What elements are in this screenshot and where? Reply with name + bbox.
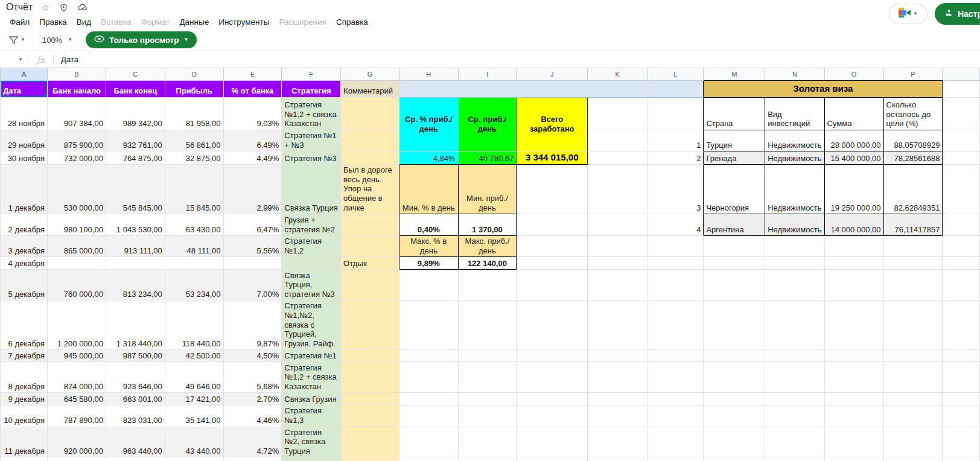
cell-J9[interactable] [517,270,588,300]
cell-I13[interactable] [458,393,517,405]
cell-N15[interactable] [765,427,824,457]
cell-A3[interactable]: 29 ноября [1,130,48,151]
cell-M12[interactable] [704,362,765,393]
cell-P16[interactable] [883,457,943,461]
cell-E10[interactable]: 9,87% [223,300,282,350]
cell-D5[interactable]: 15 845,00 [165,165,223,214]
approval-shield-icon[interactable] [59,3,68,12]
cell-M13[interactable] [704,393,765,405]
cell-C15[interactable]: 963 440,00 [106,427,165,457]
column-header-N[interactable]: N [765,68,824,81]
max-profit-value-cell[interactable]: 122 140,00 [458,257,517,270]
cell-C10[interactable]: 1 318 440,00 [106,300,165,350]
cell-J7[interactable] [517,236,588,257]
cell-L13[interactable] [648,393,704,405]
cell-F4[interactable]: Стратегия №3 [282,151,341,165]
cell-G5[interactable]: Был в дороге весь день. Упор на общение … [341,165,399,214]
cell-J16[interactable] [517,457,588,461]
cell-E4[interactable]: 4,49% [223,151,282,165]
visa-amount-cell[interactable]: 15 400 000,00 [824,151,883,165]
cell-J6[interactable] [517,214,588,236]
total-value-cell[interactable]: 3 344 015,00 [517,151,588,165]
cell-E5[interactable]: 2,99% [223,165,282,214]
cell-P11[interactable] [883,350,943,362]
cell-N16[interactable] [765,457,824,461]
cell-L15[interactable] [648,427,704,457]
cell-O10[interactable] [824,300,883,350]
column-header-O[interactable]: O [824,68,883,81]
cell-I11[interactable] [458,350,517,362]
cell-H1[interactable] [399,81,459,98]
cell-A10[interactable]: 6 декабря [1,300,48,350]
column-header-K[interactable]: K [588,68,648,81]
share-button[interactable]: Настр [935,3,980,25]
cell-A12[interactable]: 8 декабря [1,362,48,393]
cell-B14[interactable]: 787 890,00 [47,405,106,427]
cell-K8[interactable] [588,257,648,270]
cell-E11[interactable]: 4,50% [223,350,282,362]
cell-G11[interactable] [341,350,399,362]
cell-C14[interactable]: 823 031,00 [106,405,165,427]
cell-A8[interactable]: 4 декабря [1,257,48,270]
cell-I15[interactable] [458,427,517,457]
cell-L1[interactable] [648,81,704,98]
cell-D6[interactable]: 63 430,00 [165,214,223,236]
cell-overflow[interactable] [943,393,980,405]
cell-L9[interactable] [648,270,704,300]
cell-K2[interactable] [588,98,648,130]
cell-D10[interactable]: 118 440,00 [165,300,223,350]
cell-overflow[interactable] [943,151,980,165]
cell-K7[interactable] [588,236,648,257]
cell-B2[interactable]: 907 384,00 [47,98,106,130]
cell-G6[interactable] [341,214,399,236]
column-header-P[interactable]: P [883,68,943,81]
cell-A5[interactable]: 1 декабря [1,165,48,214]
cell-O7[interactable] [824,236,883,257]
cell-P14[interactable] [883,405,943,427]
cell-C4[interactable]: 764 875,00 [106,151,165,165]
cell-M10[interactable] [704,300,765,350]
cell-F16[interactable] [282,457,341,461]
cell-B8[interactable] [47,257,106,270]
column-header-M[interactable]: M [704,68,765,81]
name-box[interactable]: ▼ [0,57,28,62]
visa-country-cell[interactable]: Черногория [704,165,765,214]
cell-L2[interactable] [648,98,704,130]
menu-view[interactable]: Вид [72,16,96,28]
avg-pct-label-cell[interactable]: Ср. % приб./день [399,98,459,151]
visa-amount-cell[interactable]: 14 000 000,00 [824,214,883,236]
cell-K9[interactable] [588,270,648,300]
cell-M11[interactable] [704,350,765,362]
min-profit-value-cell[interactable]: 1 370,00 [458,214,517,236]
cell-J11[interactable] [517,350,588,362]
cell-F6[interactable]: Грузия + стратегия №2 [282,214,341,236]
cell-N12[interactable] [765,362,824,393]
cell-H13[interactable] [399,393,459,405]
cell-K4[interactable] [588,151,648,165]
cell-P13[interactable] [883,393,943,405]
cell-C8[interactable] [106,257,165,270]
cell-C3[interactable]: 932 761,00 [106,130,165,151]
cell-C16[interactable] [106,457,165,461]
cell-F8[interactable] [282,257,341,270]
column-header-L[interactable]: L [648,68,704,81]
cell-B6[interactable]: 980 100,00 [47,214,106,236]
cell-G15[interactable] [341,427,399,457]
cell-B13[interactable]: 645 580,00 [47,393,106,405]
cell-E14[interactable]: 4,46% [223,405,282,427]
cell-J12[interactable] [517,362,588,393]
cell-C7[interactable]: 913 111,00 [106,236,165,257]
cell-I14[interactable] [458,405,517,427]
cell-O8[interactable] [824,257,883,270]
cell-O15[interactable] [824,427,883,457]
cell-overflow[interactable] [943,257,980,270]
cell-K3[interactable] [588,130,648,151]
cell-L12[interactable] [648,362,704,393]
cell-B1[interactable]: Банк начало [47,81,106,98]
star-icon[interactable]: ☆ [41,3,49,12]
cell-L8[interactable] [648,257,704,270]
cell-D7[interactable]: 48 111,00 [165,236,223,257]
cell-D3[interactable]: 56 861,00 [165,130,223,151]
cell-H15[interactable] [399,427,459,457]
cell-P10[interactable] [883,300,943,350]
